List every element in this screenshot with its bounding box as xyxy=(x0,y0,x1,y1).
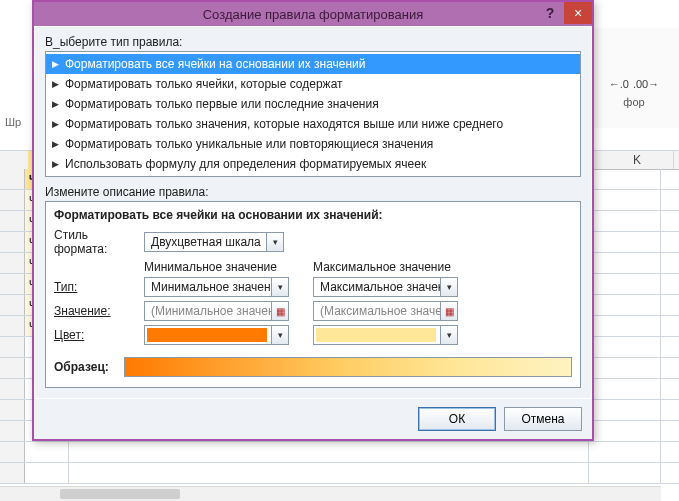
min-type-combo[interactable]: Минимальное значение ▾ xyxy=(144,277,289,297)
ribbon-fragment: ←.0 .00→ фор xyxy=(588,28,679,128)
chevron-down-icon: ▾ xyxy=(440,326,457,344)
color-label: Цвет: xyxy=(54,328,144,342)
min-color-swatch xyxy=(147,328,267,342)
max-value-input[interactable]: (Максимальное значе ▦ xyxy=(313,301,458,321)
triangle-icon: ▶ xyxy=(52,99,59,109)
rule-type-text: Форматировать только ячейки, которые сод… xyxy=(65,77,343,91)
preview-gradient xyxy=(124,357,572,377)
rule-type-item[interactable]: ▶ Форматировать только первые или послед… xyxy=(46,94,580,114)
format-style-value: Двухцветная шкала xyxy=(145,235,266,249)
maximum-heading: Максимальное значение xyxy=(313,260,572,274)
decrease-decimal-icon[interactable]: .00→ xyxy=(633,78,659,90)
close-button[interactable]: × xyxy=(564,2,592,24)
format-style-combo[interactable]: Двухцветная шкала ▾ xyxy=(144,232,284,252)
max-color-swatch xyxy=(316,328,436,342)
max-color-combo[interactable]: ▾ xyxy=(313,325,458,345)
max-value-placeholder: (Максимальное значе xyxy=(314,304,440,318)
edit-rule-description-label: Измените описание правила: xyxy=(45,185,581,199)
new-formatting-rule-dialog: Создание правила форматирования ? × В_ыб… xyxy=(32,0,594,441)
ribbon-fragment-label: Шр xyxy=(5,116,21,128)
rule-type-text: Форматировать только уникальные или повт… xyxy=(65,137,433,151)
rule-edit-panel: Форматировать все ячейки на основании их… xyxy=(45,201,581,388)
range-select-icon[interactable]: ▦ xyxy=(271,302,288,320)
rule-type-item[interactable]: ▶ Форматировать только ячейки, которые с… xyxy=(46,74,580,94)
min-type-value: Минимальное значение xyxy=(145,280,271,294)
rule-type-text: Форматировать все ячейки на основании их… xyxy=(65,57,366,71)
chevron-down-icon: ▾ xyxy=(271,278,288,296)
column-header-k[interactable]: K xyxy=(601,151,674,169)
rule-type-item[interactable]: ▶ Форматировать только значения, которые… xyxy=(46,114,580,134)
rule-type-item[interactable]: ▶ Форматировать все ячейки на основании … xyxy=(46,54,580,74)
select-rule-type-label: В_ыберите тип правила: xyxy=(45,35,581,49)
dialog-footer: ОК Отмена xyxy=(34,399,592,439)
ok-button[interactable]: ОК xyxy=(418,407,496,431)
triangle-icon: ▶ xyxy=(52,119,59,129)
format-style-label: Стиль формата: xyxy=(54,228,144,256)
scrollbar-thumb[interactable] xyxy=(60,489,180,499)
rule-type-item[interactable]: ▶ Использовать формулу для определения ф… xyxy=(46,154,580,174)
rule-type-item[interactable]: ▶ Форматировать только уникальные или по… xyxy=(46,134,580,154)
max-type-value: Максимальное значение xyxy=(314,280,440,294)
rule-type-list[interactable]: ▶ Форматировать все ячейки на основании … xyxy=(45,51,581,177)
increase-decimal-icon[interactable]: ←.0 xyxy=(609,78,629,90)
value-label: Значение: xyxy=(54,304,144,318)
triangle-icon: ▶ xyxy=(52,79,59,89)
rule-type-text: Использовать формулу для определения фор… xyxy=(65,157,426,171)
minimum-heading: Минимальное значение xyxy=(144,260,313,274)
dialog-title: Создание правила форматирования xyxy=(203,7,424,22)
dialog-titlebar[interactable]: Создание правила форматирования ? × xyxy=(34,2,592,26)
triangle-icon: ▶ xyxy=(52,59,59,69)
rule-type-text: Форматировать только значения, которые н… xyxy=(65,117,503,131)
triangle-icon: ▶ xyxy=(52,159,59,169)
ribbon-section-label: фор xyxy=(623,96,644,108)
triangle-icon: ▶ xyxy=(52,139,59,149)
horizontal-scrollbar[interactable] xyxy=(0,486,661,501)
min-value-input[interactable]: (Минимальное значение ▦ xyxy=(144,301,289,321)
help-button[interactable]: ? xyxy=(536,2,564,24)
chevron-down-icon: ▾ xyxy=(266,233,283,251)
chevron-down-icon: ▾ xyxy=(440,278,457,296)
min-value-placeholder: (Минимальное значение xyxy=(145,304,271,318)
panel-heading: Форматировать все ячейки на основании их… xyxy=(54,208,572,222)
max-type-combo[interactable]: Максимальное значение ▾ xyxy=(313,277,458,297)
cancel-button[interactable]: Отмена xyxy=(504,407,582,431)
rule-type-text: Форматировать только первые или последни… xyxy=(65,97,379,111)
range-select-icon[interactable]: ▦ xyxy=(440,302,457,320)
type-label: Тип: xyxy=(54,280,144,294)
sample-label: Образец: xyxy=(54,360,124,374)
chevron-down-icon: ▾ xyxy=(271,326,288,344)
min-color-combo[interactable]: ▾ xyxy=(144,325,289,345)
